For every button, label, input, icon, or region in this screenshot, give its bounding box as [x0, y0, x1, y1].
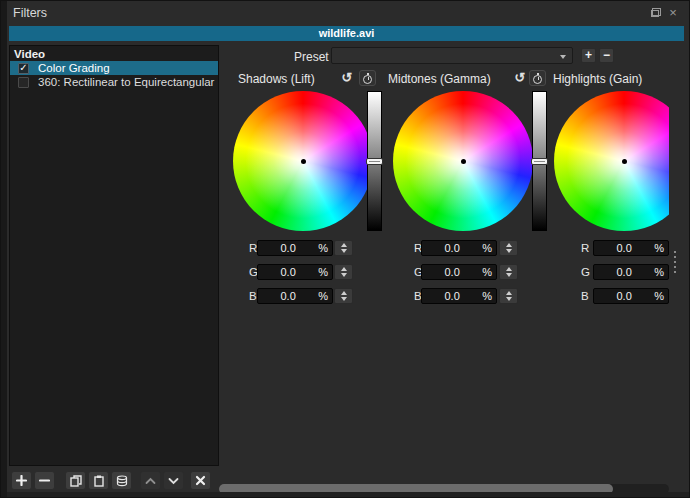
- remove-filter-button[interactable]: [34, 471, 55, 490]
- spin-up-icon[interactable]: [506, 291, 512, 295]
- filters-panel: Filters × wildlife.avi Video ✓ Color Gra…: [0, 0, 690, 498]
- spin-down-icon[interactable]: [341, 273, 347, 277]
- spin-value: 0.0: [594, 266, 654, 278]
- copy-icon: [70, 475, 82, 487]
- check-icon: ✓: [19, 63, 27, 73]
- spin-up-icon[interactable]: [506, 243, 512, 247]
- highlights-color-wheel[interactable]: [554, 91, 669, 231]
- filter-row-label: Color Grading: [38, 62, 110, 74]
- shadows-b-stepper[interactable]: [334, 288, 353, 304]
- panel-title: Filters: [13, 6, 47, 20]
- spin-down-icon[interactable]: [506, 297, 512, 301]
- shadows-value-slider[interactable]: [367, 91, 382, 231]
- float-icon: [651, 10, 659, 17]
- spin-down-icon[interactable]: [506, 273, 512, 277]
- plus-icon: [16, 475, 27, 486]
- stopwatch-icon: [533, 75, 542, 84]
- spin-down-icon[interactable]: [341, 297, 347, 301]
- shadows-b-label: B: [249, 290, 257, 302]
- preset-label: Preset: [294, 50, 329, 64]
- midtones-b-spinbox[interactable]: 0.0 %: [421, 288, 497, 304]
- spin-value: 0.0: [258, 266, 318, 278]
- midtones-value-slider[interactable]: [532, 91, 547, 231]
- spin-value: 0.0: [422, 242, 482, 254]
- spin-suffix: %: [654, 290, 668, 302]
- spin-up-icon[interactable]: [506, 267, 512, 271]
- midtones-reset-button[interactable]: ↺: [512, 70, 528, 86]
- shadows-section-title: Shadows (Lift): [238, 72, 315, 86]
- copy-filters-button[interactable]: [65, 471, 86, 490]
- spin-value: 0.0: [422, 266, 482, 278]
- spin-value: 0.0: [594, 290, 654, 302]
- highlights-r-spinbox[interactable]: 0.0 %: [593, 240, 669, 256]
- paste-icon: [93, 475, 105, 487]
- window-edge: [7, 492, 690, 497]
- shadows-r-spinbox[interactable]: 0.0 %: [257, 240, 333, 256]
- spin-down-icon[interactable]: [341, 249, 347, 253]
- spin-suffix: %: [318, 266, 332, 278]
- shadows-g-spinbox[interactable]: 0.0 %: [257, 264, 333, 280]
- window-edge: [1, 1, 7, 497]
- midtones-keyframe-button[interactable]: [529, 70, 546, 86]
- midtones-section-title: Midtones (Gamma): [388, 72, 491, 86]
- spin-up-icon[interactable]: [341, 267, 347, 271]
- midtones-color-wheel[interactable]: [393, 91, 533, 231]
- preset-combobox[interactable]: [331, 47, 573, 64]
- move-filter-up-button[interactable]: [140, 471, 161, 490]
- undo-icon: ↺: [515, 70, 526, 85]
- slider-handle[interactable]: [531, 158, 548, 165]
- add-filter-button[interactable]: [11, 471, 32, 490]
- preset-save-button[interactable]: +: [581, 48, 596, 63]
- shadows-color-wheel[interactable]: [233, 91, 373, 231]
- highlights-g-spinbox[interactable]: 0.0 %: [593, 264, 669, 280]
- chevron-down-icon: [560, 55, 566, 59]
- filter-enabled-checkbox[interactable]: ✓: [18, 63, 29, 74]
- preset-delete-button[interactable]: −: [599, 48, 614, 63]
- spin-up-icon[interactable]: [341, 243, 347, 247]
- save-filter-set-button[interactable]: [111, 471, 132, 490]
- deselect-filter-button[interactable]: [190, 471, 211, 490]
- spin-value: 0.0: [258, 242, 318, 254]
- paste-filters-button[interactable]: [88, 471, 109, 490]
- spin-suffix: %: [482, 242, 496, 254]
- highlights-b-label: B: [581, 290, 589, 302]
- spin-value: 0.0: [258, 290, 318, 302]
- spin-suffix: %: [654, 242, 668, 254]
- filter-parameters-panel: Preset + − Shadows (Lift) ↺ Midtones (Ga…: [226, 45, 669, 465]
- layers-icon: [116, 475, 128, 487]
- chevron-down-icon: [168, 477, 179, 485]
- minus-icon: [39, 475, 50, 486]
- shadows-keyframe-button[interactable]: [359, 70, 376, 86]
- highlights-b-spinbox[interactable]: 0.0 %: [593, 288, 669, 304]
- shadows-g-stepper[interactable]: [334, 264, 353, 280]
- undo-icon: ↺: [342, 70, 353, 85]
- close-panel-button[interactable]: ×: [667, 7, 679, 19]
- highlights-r-label: R: [581, 242, 589, 254]
- shadows-b-spinbox[interactable]: 0.0 %: [257, 288, 333, 304]
- clip-name-header: wildlife.avi: [9, 26, 684, 41]
- filter-enabled-checkbox[interactable]: [18, 77, 29, 88]
- spin-up-icon[interactable]: [341, 291, 347, 295]
- slider-handle[interactable]: [366, 158, 383, 165]
- midtones-b-stepper[interactable]: [499, 288, 518, 304]
- midtones-r-stepper[interactable]: [499, 240, 518, 256]
- spin-suffix: %: [482, 266, 496, 278]
- spin-suffix: %: [318, 290, 332, 302]
- filter-row-360-rectilinear[interactable]: 360: Rectilinear to Equirectangular: [10, 75, 218, 89]
- spin-down-icon[interactable]: [506, 249, 512, 253]
- spin-value: 0.0: [594, 242, 654, 254]
- filter-row-color-grading[interactable]: ✓ Color Grading: [10, 61, 218, 75]
- midtones-r-spinbox[interactable]: 0.0 %: [421, 240, 497, 256]
- shadows-r-stepper[interactable]: [334, 240, 353, 256]
- midtones-g-stepper[interactable]: [499, 264, 518, 280]
- midtones-g-spinbox[interactable]: 0.0 %: [421, 264, 497, 280]
- splitter-handle[interactable]: [674, 251, 676, 274]
- filter-list-group-header: Video: [10, 46, 218, 61]
- shadows-reset-button[interactable]: ↺: [339, 70, 355, 86]
- spin-suffix: %: [318, 242, 332, 254]
- float-panel-button[interactable]: [649, 7, 661, 19]
- highlights-g-label: G: [581, 266, 590, 278]
- close-icon: ×: [669, 8, 677, 18]
- move-filter-down-button[interactable]: [163, 471, 184, 490]
- spin-suffix: %: [654, 266, 668, 278]
